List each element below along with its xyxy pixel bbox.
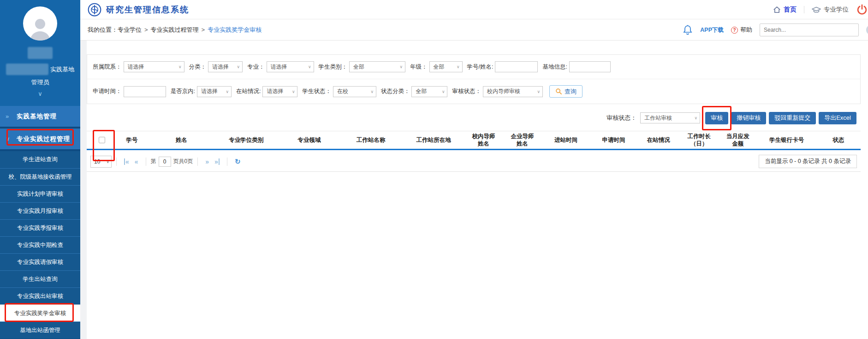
review-status-value: 工作站审核: [644, 114, 672, 122]
pagination-bar: 10 ∨ « « 第 页共0页 » » ↻ 当前显示 0 - 0 条记录 共 0…: [87, 152, 861, 172]
toolbar-button[interactable]: 驳回重新提交: [769, 112, 816, 124]
filter-select[interactable]: 请选择∨: [267, 61, 314, 72]
sidebar: 实践基地 管理员 ∨ »实践基地管理∨专业实践过程管理 学生进站查询校、院级基地…: [0, 0, 80, 339]
nav-home[interactable]: 首页: [773, 6, 797, 14]
bell-icon[interactable]: [683, 24, 693, 35]
filter-select[interactable]: 全部∨: [429, 61, 463, 72]
next-page-icon[interactable]: »: [205, 158, 209, 165]
sidebar-top-item[interactable]: »实践基地管理: [0, 106, 80, 127]
sidebar-sub-item[interactable]: 专业实践中期检查: [0, 236, 80, 253]
filter-input[interactable]: [124, 86, 166, 97]
sidebar-item-label: 学生进站查询: [23, 156, 58, 164]
pager-divider: [116, 158, 117, 166]
table-column-header: 学号: [113, 136, 150, 144]
breadcrumb-segment[interactable]: 专业实践过程管理: [151, 26, 199, 33]
nav-divider: [804, 6, 804, 13]
filter-select-value: 在校: [337, 88, 348, 95]
search-input[interactable]: [760, 24, 858, 36]
chevron-down-icon: ∨: [370, 89, 374, 94]
table-column-header: 工作站所在地: [403, 136, 464, 144]
breadcrumb-segment[interactable]: 专业实践奖学金审核: [208, 26, 262, 33]
last-page-icon[interactable]: »: [214, 158, 220, 165]
sidebar-sub-item[interactable]: 专业实践奖学金审核: [0, 304, 80, 321]
sidebar-sub-item[interactable]: 专业实践月报审核: [0, 202, 80, 219]
table-toolbar: 审核状态： 工作站审核 ∨ 审核撤销审核驳回重新提交导出Excel: [87, 109, 858, 127]
filter-label: 学生状态：: [302, 88, 331, 95]
sidebar-sub-item[interactable]: 校、院级基地接收函管理: [0, 168, 80, 185]
filter-label: 状态分类：: [381, 88, 410, 95]
toolbar-buttons: 审核撤销审核驳回重新提交导出Excel: [704, 112, 858, 124]
toolbar-button[interactable]: 审核: [705, 112, 728, 124]
nav-degree[interactable]: 专业学位: [812, 6, 849, 14]
filter-select-value: 全部: [416, 88, 427, 95]
nav-home-label: 首页: [784, 6, 797, 14]
help-icon: ?: [731, 27, 738, 34]
filter-select[interactable]: 请选择∨: [197, 86, 232, 97]
toolbar-button[interactable]: 导出Excel: [819, 112, 856, 124]
page-size-value: 10: [94, 158, 100, 165]
filter-field: 学生状态：在校∨: [302, 86, 376, 97]
page-title: 研究生管理信息系统: [106, 4, 189, 15]
filter-select[interactable]: 请选择∨: [262, 86, 297, 97]
sidebar-sub-item[interactable]: 专业实践季报审核: [0, 219, 80, 236]
page-number-input[interactable]: [159, 157, 171, 167]
filter-select[interactable]: 校内导师审核∨: [483, 86, 543, 97]
power-icon: [856, 4, 868, 16]
sidebar-sub-item[interactable]: 专业实践出站审核: [0, 287, 80, 304]
breadcrumb-bar: 我的位置： 专业学位>专业实践过程管理>专业实践奖学金审核 APP下载 ? 帮助: [80, 19, 868, 41]
search-icon[interactable]: [866, 25, 868, 35]
filter-field: 审核状态：校内导师审核∨: [452, 86, 543, 97]
review-status-select[interactable]: 工作站审核 ∨: [640, 112, 700, 123]
sidebar-item-label: 基地出站函管理: [20, 327, 60, 334]
brand: 研究生管理信息系统: [88, 0, 189, 19]
search-box: [760, 23, 859, 36]
redacted-name: [6, 64, 48, 75]
filter-select[interactable]: 全部∨: [411, 86, 447, 97]
sidebar-sub-item[interactable]: 专业实践请假审核: [0, 253, 80, 270]
prev-page-icon[interactable]: «: [135, 158, 138, 165]
refresh-icon[interactable]: ↻: [235, 158, 241, 165]
filter-select[interactable]: 全部∨: [349, 61, 405, 72]
query-button[interactable]: 查询: [549, 85, 583, 98]
select-all-cell: [90, 137, 113, 143]
chevron-down-icon[interactable]: ∨: [0, 90, 80, 97]
breadcrumb-prefix: 我的位置：: [88, 26, 118, 34]
sidebar-sub-item[interactable]: 基地出站函管理: [0, 321, 80, 339]
sidebar-item-label: 实践基地管理: [17, 112, 57, 121]
filter-input[interactable]: [495, 61, 538, 72]
person-silhouette-icon: [27, 15, 53, 41]
filter-field: 学号/姓名:: [467, 61, 538, 72]
filter-field: 学生类别：全部∨: [319, 61, 406, 72]
filter-select[interactable]: 在校∨: [333, 86, 376, 97]
filter-input[interactable]: [569, 61, 611, 72]
breadcrumb-segment[interactable]: 专业学位: [118, 26, 142, 33]
toolbar-button[interactable]: 撤销审核: [731, 112, 766, 124]
select-all-checkbox[interactable]: [99, 137, 105, 143]
table-columns: 学号姓名专业学位类别专业领域工作站名称工作站所在地校内导师 姓名企业导师 姓名进…: [113, 133, 861, 148]
filter-select-value: 请选择: [267, 88, 283, 95]
filter-panel: 所属院系：请选择∨分类：请选择∨专业：请选择∨学生类别：全部∨年级：全部∨学号/…: [87, 54, 861, 104]
sidebar-item-label: 专业实践中期检查: [17, 241, 63, 249]
filter-select[interactable]: 请选择∨: [124, 61, 184, 72]
first-page-icon[interactable]: «: [124, 158, 129, 165]
sidebar-sub-item[interactable]: 实践计划申请审核: [0, 185, 80, 202]
filter-select[interactable]: 请选择∨: [208, 61, 243, 72]
logout-button[interactable]: [856, 4, 868, 16]
help-link[interactable]: ? 帮助: [731, 26, 752, 34]
app-download-link[interactable]: APP下载: [700, 26, 724, 34]
sidebar-sub-item[interactable]: 学生进站查询: [0, 151, 80, 168]
chevron-down-icon: ∨: [226, 89, 229, 94]
table-column-header: 工作时长 （日）: [680, 133, 719, 148]
app-logo-icon: [88, 3, 101, 17]
help-label: 帮助: [740, 26, 752, 34]
page-size-select[interactable]: 10 ∨: [90, 156, 112, 168]
sidebar-top-item[interactable]: ∨专业实践过程管理: [0, 129, 80, 149]
sidebar-sub-item[interactable]: 学生出站查询: [0, 270, 80, 287]
table-column-header: 工作站名称: [339, 136, 403, 144]
table-column-header: 校内导师 姓名: [464, 133, 503, 148]
user-role-line: 实践基地: [0, 64, 80, 75]
filter-label: 学生类别：: [319, 63, 348, 71]
table-column-header: 企业导师 姓名: [503, 133, 541, 148]
pager-divider: [197, 158, 198, 166]
filter-field: 是否京内:请选择∨: [171, 86, 232, 97]
